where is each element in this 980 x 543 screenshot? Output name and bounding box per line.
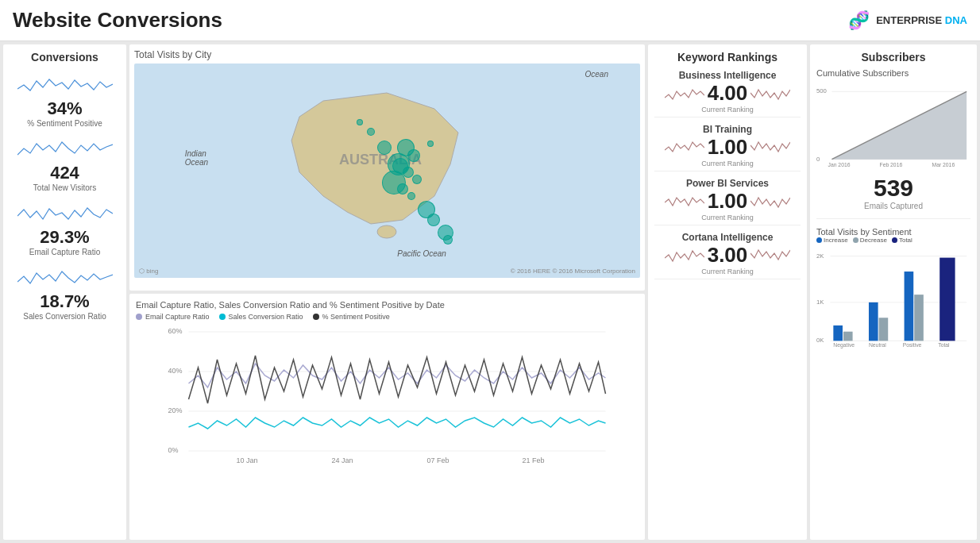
map-label-ocean: Ocean xyxy=(585,70,608,79)
keyword-rank-label-bi: Current Ranking xyxy=(654,106,801,114)
chart-title: Email Capture Ratio, Sales Conversion Ra… xyxy=(136,300,639,310)
map-label-pacific: Pacific Ocean xyxy=(397,249,446,258)
keyword-sparkline-training-right xyxy=(750,137,790,157)
subscribers-panel: Subscribers Cumulative Subscribers 500 0… xyxy=(810,44,977,540)
bar-chart-legend: Increase Decrease Total xyxy=(816,237,970,244)
svg-text:21 Feb: 21 Feb xyxy=(523,456,545,464)
keyword-sparkline-cortana-right xyxy=(750,245,790,265)
keyword-name-cortana: Cortana Intelligence xyxy=(654,232,801,243)
map-container: Ocean IndianOcean Pacific Ocean AUSTRALI… xyxy=(134,64,640,278)
metric-sentiment: 34% % Sentiment Positive xyxy=(10,73,120,128)
legend-sales: Sales Conversion Ratio xyxy=(219,313,303,321)
keyword-rank-row-bi: 4.00 xyxy=(654,81,801,106)
svg-text:07 Feb: 07 Feb xyxy=(427,456,449,464)
bar-neutral-decrease xyxy=(879,318,889,341)
map-dot xyxy=(367,128,375,136)
legend-dot-email xyxy=(136,314,142,320)
map-dot xyxy=(407,149,420,162)
legend-dot-sentiment xyxy=(313,314,319,320)
line-chart-svg: 60% 40% 20% 0% 10 Jan 24 Jan 07 Feb 21 xyxy=(136,324,639,467)
legend-dot-sales xyxy=(219,314,226,320)
logo: 🧬 ENTERPRISE DNA xyxy=(848,10,967,31)
svg-text:20%: 20% xyxy=(168,406,183,414)
divider xyxy=(816,218,970,219)
keyword-rank-value-cortana: 3.00 xyxy=(708,243,748,268)
bar-label-total: Total xyxy=(899,237,912,244)
keyword-rank-value-training: 1.00 xyxy=(708,135,748,160)
svg-text:500: 500 xyxy=(816,87,827,94)
cumulative-chart-svg: 500 0 Jan 2016 Feb 2016 Mar 2016 xyxy=(816,83,970,170)
cumulative-label: Cumulative Subscribers xyxy=(816,68,970,78)
svg-text:10 Jan: 10 Jan xyxy=(237,456,258,464)
svg-text:Neutral: Neutral xyxy=(869,342,886,348)
metric-email-capture: 29.3% Email Capture Ratio xyxy=(10,202,120,256)
sparkline-sales xyxy=(17,266,113,290)
keyword-sparkline-cortana xyxy=(665,245,704,265)
content-area: Conversions 34% % Sentiment Positive 424… xyxy=(0,41,980,543)
sparkline-visitors xyxy=(17,137,113,161)
map-dot xyxy=(407,192,415,200)
bar-chart-svg: 2K 1K 0K xyxy=(816,247,970,350)
bar-total xyxy=(939,258,955,341)
page-title: Website Conversions xyxy=(13,8,222,33)
map-panel: Total Visits by City Ocean IndianOcean P… xyxy=(129,44,645,291)
svg-text:0: 0 xyxy=(816,156,820,163)
keyword-item-training: BI Training 1.00 Current Ranking xyxy=(654,124,801,171)
svg-text:Total: Total xyxy=(938,342,950,348)
chart-legend: Email Capture Ratio Sales Conversion Rat… xyxy=(136,313,639,321)
keyword-rank-row-power-bi: 1.00 xyxy=(654,189,801,214)
center-panel: Total Visits by City Ocean IndianOcean P… xyxy=(129,44,645,540)
svg-text:24 Jan: 24 Jan xyxy=(332,456,353,464)
legend-label-email: Email Capture Ratio xyxy=(145,313,210,321)
keyword-item-cortana: Cortana Intelligence 3.00 Current Rankin… xyxy=(654,232,801,279)
bar-chart-area: 2K 1K 0K xyxy=(816,247,970,350)
map-label-indian-ocean: IndianOcean xyxy=(185,149,208,167)
bar-legend-total: Total xyxy=(892,237,912,244)
svg-text:0K: 0K xyxy=(816,337,824,344)
keyword-rank-row-training: 1.00 xyxy=(654,135,801,160)
visits-title: Total Visits by Sentiment xyxy=(816,227,970,237)
emails-value: 539 xyxy=(816,175,970,202)
cumulative-chart: 500 0 Jan 2016 Feb 2016 Mar 2016 xyxy=(816,83,970,170)
metric-value-email-capture: 29.3% xyxy=(40,227,89,248)
bar-chart-section: Total Visits by Sentiment Increase Decre… xyxy=(816,227,970,533)
legend-label-sentiment: % Sentiment Positive xyxy=(322,313,390,321)
metric-label-sales: Sales Conversion Ratio xyxy=(23,312,106,321)
metric-visitors: 424 Total New Visitors xyxy=(10,137,120,192)
keyword-rank-value-power-bi: 1.00 xyxy=(708,189,748,214)
keyword-rank-label-power-bi: Current Ranking xyxy=(654,214,801,221)
left-panel: Conversions 34% % Sentiment Positive 424… xyxy=(3,44,126,540)
metric-value-visitors: 424 xyxy=(50,163,79,183)
bar-dot-decrease xyxy=(853,237,858,243)
conversions-title: Conversions xyxy=(10,51,120,64)
bar-legend-decrease: Decrease xyxy=(853,237,887,244)
metric-value-sales: 18.7% xyxy=(40,291,89,312)
bar-neutral-increase xyxy=(869,302,878,341)
bar-positive-increase xyxy=(905,272,914,341)
subscribers-title: Subscribers xyxy=(816,51,970,64)
keyword-sparkline-power-bi xyxy=(665,191,704,211)
keyword-sparkline-training xyxy=(665,137,704,157)
svg-text:Negative: Negative xyxy=(833,342,855,349)
keyword-sparkline-power-bi-right xyxy=(750,191,790,211)
svg-text:Positive: Positive xyxy=(903,342,922,348)
svg-text:Mar 2016: Mar 2016 xyxy=(932,162,955,168)
bar-legend-increase: Increase xyxy=(816,237,848,244)
line-chart-area: 60% 40% 20% 0% 10 Jan 24 Jan 07 Feb 21 xyxy=(136,324,639,467)
legend-sentiment: % Sentiment Positive xyxy=(313,313,390,321)
logo-icon: 🧬 xyxy=(848,10,870,31)
keyword-name-power-bi: Power BI Services xyxy=(654,178,801,189)
keyword-sparkline-bi xyxy=(665,83,704,103)
svg-text:0%: 0% xyxy=(168,446,179,454)
bar-dot-total xyxy=(892,237,897,243)
map-dot xyxy=(443,235,453,245)
header: Website Conversions 🧬 ENTERPRISE DNA xyxy=(0,0,980,41)
keyword-sparkline-bi-right xyxy=(750,83,790,103)
line-chart-panel: Email Capture Ratio, Sales Conversion Ra… xyxy=(129,294,645,540)
bar-negative-decrease xyxy=(843,332,853,341)
australia-shape: AUSTRALIA xyxy=(276,85,482,244)
emails-label: Emails Captured xyxy=(816,202,970,210)
bar-negative-increase xyxy=(833,325,843,341)
svg-text:2K: 2K xyxy=(816,252,824,260)
metric-label-email-capture: Email Capture Ratio xyxy=(29,248,100,256)
